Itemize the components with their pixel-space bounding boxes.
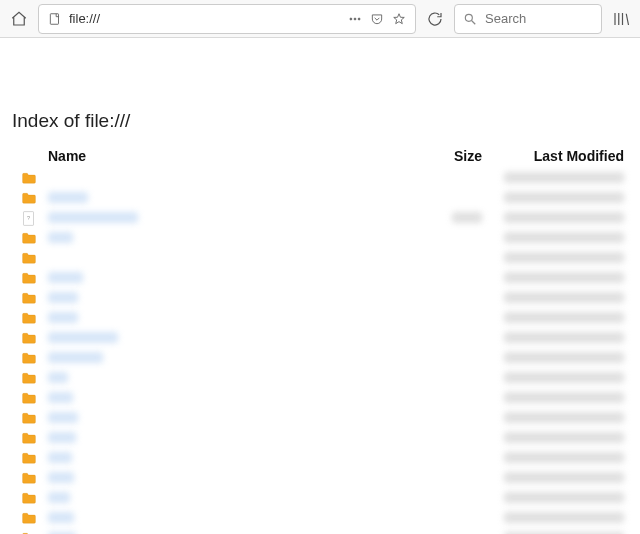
row-size-cell	[418, 408, 488, 428]
row-icon-cell	[12, 448, 46, 468]
row-name-cell[interactable]	[46, 328, 418, 348]
folder-icon	[22, 332, 36, 344]
table-row[interactable]	[12, 388, 628, 408]
row-icon-cell	[12, 308, 46, 328]
row-modified-cell	[488, 228, 628, 248]
folder-icon	[22, 272, 36, 284]
row-modified-cell	[488, 168, 628, 188]
column-header-size[interactable]: Size	[418, 144, 488, 168]
row-modified-cell	[488, 368, 628, 388]
home-button[interactable]	[6, 6, 32, 32]
row-name-cell[interactable]	[46, 208, 418, 228]
page-info-icon[interactable]	[47, 11, 63, 27]
svg-point-4	[465, 14, 472, 21]
table-row[interactable]	[12, 368, 628, 388]
row-name-cell[interactable]	[46, 448, 418, 468]
row-name-cell[interactable]	[46, 228, 418, 248]
row-modified-cell	[488, 508, 628, 528]
table-row[interactable]	[12, 508, 628, 528]
row-modified-cell	[488, 428, 628, 448]
row-name-cell[interactable]	[46, 248, 418, 268]
row-modified-cell	[488, 208, 628, 228]
table-row[interactable]	[12, 228, 628, 248]
search-icon	[463, 12, 477, 26]
row-name-cell[interactable]	[46, 348, 418, 368]
row-icon-cell	[12, 248, 46, 268]
folder-icon	[22, 472, 36, 484]
library-button[interactable]	[608, 6, 634, 32]
row-modified-cell	[488, 288, 628, 308]
column-header-name[interactable]: Name	[46, 144, 418, 168]
search-bar[interactable]	[454, 4, 602, 34]
library-icon	[612, 10, 630, 28]
row-size-cell	[418, 488, 488, 508]
folder-icon	[22, 352, 36, 364]
table-row[interactable]	[12, 328, 628, 348]
table-row[interactable]	[12, 288, 628, 308]
pocket-icon[interactable]	[369, 11, 385, 27]
table-row[interactable]	[12, 308, 628, 328]
home-icon	[10, 10, 28, 28]
row-name-cell[interactable]	[46, 528, 418, 534]
row-name-cell[interactable]	[46, 468, 418, 488]
row-icon-cell	[12, 408, 46, 428]
row-name-cell[interactable]	[46, 408, 418, 428]
row-name-cell[interactable]	[46, 308, 418, 328]
search-input[interactable]	[483, 10, 593, 27]
row-size-cell	[418, 348, 488, 368]
table-row[interactable]	[12, 448, 628, 468]
url-text: file:///	[69, 11, 341, 26]
row-size-cell	[418, 308, 488, 328]
directory-listing-table: Name Size Last Modified ?	[12, 144, 628, 534]
table-row[interactable]	[12, 188, 628, 208]
page-title: Index of file:///	[12, 110, 628, 132]
url-bar[interactable]: file:///	[38, 4, 416, 34]
row-name-cell[interactable]	[46, 368, 418, 388]
row-modified-cell	[488, 308, 628, 328]
row-name-cell[interactable]	[46, 188, 418, 208]
row-name-cell[interactable]	[46, 388, 418, 408]
row-icon-cell	[12, 368, 46, 388]
table-row[interactable]	[12, 428, 628, 448]
page-content: Index of file:/// Name Size Last Modifie…	[0, 38, 640, 534]
column-header-modified[interactable]: Last Modified	[488, 144, 628, 168]
row-size-cell	[418, 448, 488, 468]
row-name-cell[interactable]	[46, 268, 418, 288]
row-size-cell	[418, 268, 488, 288]
table-row[interactable]	[12, 248, 628, 268]
row-modified-cell	[488, 488, 628, 508]
row-name-cell[interactable]	[46, 168, 418, 188]
row-modified-cell	[488, 328, 628, 348]
folder-icon	[22, 492, 36, 504]
page-actions-icon[interactable]	[347, 11, 363, 27]
table-row[interactable]: ?	[12, 208, 628, 228]
folder-icon	[22, 392, 36, 404]
row-name-cell[interactable]	[46, 428, 418, 448]
row-size-cell	[418, 168, 488, 188]
table-row[interactable]	[12, 348, 628, 368]
row-modified-cell	[488, 468, 628, 488]
folder-icon	[22, 512, 36, 524]
reload-button[interactable]	[422, 6, 448, 32]
bookmark-star-icon[interactable]	[391, 11, 407, 27]
table-row[interactable]	[12, 168, 628, 188]
row-size-cell	[418, 328, 488, 348]
folder-icon	[22, 372, 36, 384]
row-name-cell[interactable]	[46, 508, 418, 528]
table-row[interactable]	[12, 528, 628, 534]
row-size-cell	[418, 188, 488, 208]
row-modified-cell	[488, 528, 628, 534]
row-name-cell[interactable]	[46, 288, 418, 308]
row-icon-cell: ?	[12, 208, 46, 228]
table-row[interactable]	[12, 468, 628, 488]
row-name-cell[interactable]	[46, 488, 418, 508]
table-row[interactable]	[12, 268, 628, 288]
row-size-cell	[418, 228, 488, 248]
table-row[interactable]	[12, 408, 628, 428]
row-icon-cell	[12, 168, 46, 188]
row-modified-cell	[488, 248, 628, 268]
svg-point-3	[358, 18, 360, 20]
table-row[interactable]	[12, 488, 628, 508]
svg-rect-0	[50, 13, 58, 24]
row-size-cell	[418, 468, 488, 488]
